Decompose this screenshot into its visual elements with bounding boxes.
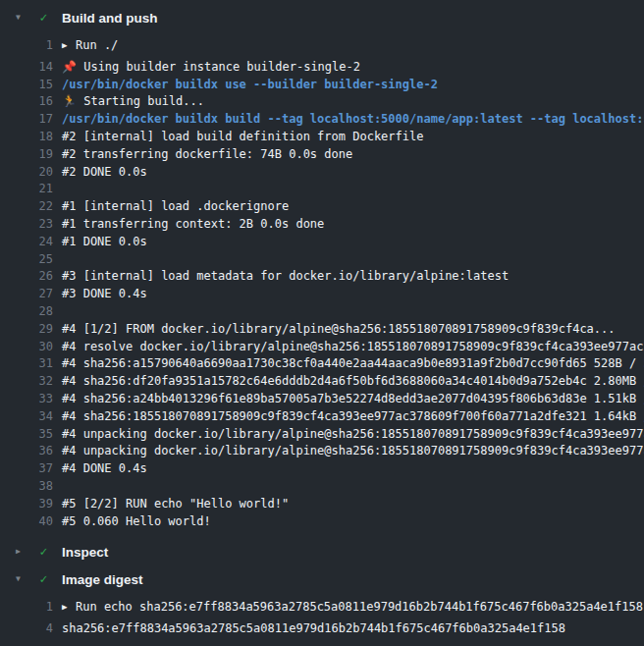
log-line: 29#4 [1/2] FROM docker.io/library/alpine… [0, 321, 644, 339]
section-header-inspect[interactable]: ▶✓Inspect [0, 544, 644, 560]
log-line-text: #2 DONE 0.0s [62, 164, 147, 182]
log-line-text: #4 unpacking docker.io/library/alpine@sh… [62, 443, 644, 460]
log-line: 25 [0, 251, 644, 269]
log-line: 15/usr/bin/docker buildx use --builder b… [0, 77, 644, 94]
line-number[interactable]: 4 [0, 620, 53, 638]
check-success-icon: ✓ [36, 571, 51, 587]
line-number[interactable]: 35 [0, 426, 53, 444]
log-line-text: #1 [internal] load .dockerignore [62, 198, 289, 216]
log-line-text: /usr/bin/docker buildx use --builder bui… [62, 77, 438, 94]
log-line: 20#2 DONE 0.0s [0, 164, 644, 182]
log-line: 16🏃 Starting build... [0, 93, 644, 111]
log-line: 22#1 [internal] load .dockerignore [0, 198, 644, 216]
line-number[interactable]: 25 [0, 251, 53, 269]
log-line-text: 🏃 Starting build... [62, 93, 204, 111]
log-line: 17/usr/bin/docker buildx build --tag loc… [0, 111, 644, 129]
log-line-text: #4 unpacking docker.io/library/alpine@sh… [62, 426, 644, 444]
log-line: 30#4 resolve docker.io/library/alpine@sh… [0, 339, 644, 356]
log-line-text: Run ./ [76, 37, 118, 55]
line-number[interactable]: 20 [0, 164, 53, 182]
log-line: 19#2 transferring dockerfile: 74B 0.0s d… [0, 146, 644, 164]
line-number[interactable]: 22 [0, 198, 53, 216]
log-line-text: sha256:e7ff8834a5963a2785c5a0811e979d16b… [62, 620, 565, 638]
log-line: 24#1 DONE 0.0s [0, 234, 644, 251]
line-number[interactable]: 28 [0, 303, 53, 321]
line-number[interactable]: 34 [0, 408, 53, 426]
log-line-text: #4 sha256:185518070891758909c9f839cf4ca3… [62, 408, 644, 426]
log-line-text: #2 [internal] load build definition from… [62, 129, 423, 146]
line-number[interactable]: 14 [0, 59, 53, 77]
log-line: 32#4 sha256:df20fa9351a15782c64e6dddb2d4… [0, 373, 644, 391]
line-number[interactable]: 30 [0, 339, 53, 356]
section-body-build-and-push: 1▶Run ./14📌 Using builder instance build… [0, 37, 644, 530]
log-line: 23#1 transferring context: 2B 0.0s done [0, 216, 644, 234]
log-line: 39#5 [2/2] RUN echo "Hello world!" [0, 496, 644, 513]
check-success-icon: ✓ [36, 544, 51, 560]
line-number[interactable]: 24 [0, 234, 53, 251]
log-line-text: #4 resolve docker.io/library/alpine@sha2… [62, 339, 644, 356]
log-line: 1▶Run ./ [0, 37, 644, 55]
log-line: 26#3 [internal] load metadata for docker… [0, 268, 644, 286]
log-line-text: #4 DONE 0.4s [62, 460, 147, 478]
chevron-down-icon[interactable]: ▼ [13, 10, 24, 26]
log-line-text: #3 DONE 0.4s [62, 286, 147, 303]
log-line: 36#4 unpacking docker.io/library/alpine@… [0, 443, 644, 460]
line-number[interactable]: 40 [0, 513, 53, 531]
log-line: 14📌 Using builder instance builder-singl… [0, 59, 644, 77]
line-number[interactable]: 18 [0, 129, 53, 146]
line-number[interactable]: 32 [0, 373, 53, 391]
log-line: 37#4 DONE 0.4s [0, 460, 644, 478]
line-number[interactable]: 15 [0, 77, 53, 94]
log-line: 18#2 [internal] load build definition fr… [0, 129, 644, 146]
section-header-image-digest[interactable]: ▼✓Image digest [0, 571, 644, 587]
section-title: Build and push [62, 11, 158, 26]
line-number[interactable]: 38 [0, 478, 53, 496]
chevron-down-icon[interactable]: ▼ [13, 571, 24, 587]
line-number[interactable]: 39 [0, 496, 53, 513]
line-number[interactable]: 37 [0, 460, 53, 478]
line-number[interactable]: 27 [0, 286, 53, 303]
log-line-text: #5 [2/2] RUN echo "Hello world!" [62, 496, 289, 513]
line-number[interactable]: 17 [0, 111, 53, 129]
check-success-icon: ✓ [36, 10, 51, 26]
line-number[interactable]: 36 [0, 443, 53, 460]
log-line-text: #1 transferring context: 2B 0.0s done [62, 216, 324, 234]
log-line: 40#5 0.060 Hello world! [0, 513, 644, 531]
log-line-text: #4 [1/2] FROM docker.io/library/alpine@s… [62, 321, 616, 339]
line-number[interactable]: 29 [0, 321, 53, 339]
line-number[interactable]: 1 [0, 599, 53, 617]
log-line: 35#4 unpacking docker.io/library/alpine@… [0, 426, 644, 444]
log-line-text: /usr/bin/docker buildx build --tag local… [62, 111, 644, 129]
line-number[interactable]: 31 [0, 355, 53, 373]
log-line-text: #3 [internal] load metadata for docker.i… [62, 268, 509, 286]
log-line-text: #1 DONE 0.0s [62, 234, 147, 251]
log-line: 21 [0, 181, 644, 198]
log-line-text: #4 sha256:df20fa9351a15782c64e6dddb2d4a6… [62, 373, 644, 391]
section-title: Inspect [62, 545, 108, 560]
section-header-build-and-push[interactable]: ▼✓Build and push [0, 10, 644, 26]
log-line: 4sha256:e7ff8834a5963a2785c5a0811e979d16… [0, 620, 644, 638]
line-number[interactable]: 23 [0, 216, 53, 234]
line-number[interactable]: 21 [0, 181, 53, 198]
log-line: 34#4 sha256:185518070891758909c9f839cf4c… [0, 408, 644, 426]
line-number[interactable]: 16 [0, 93, 53, 111]
workflow-log-viewer: ▼✓Build and push1▶Run ./14📌 Using builde… [0, 0, 644, 638]
log-line: 27#3 DONE 0.4s [0, 286, 644, 303]
expand-arrow-icon[interactable]: ▶ [62, 599, 71, 617]
line-number[interactable]: 19 [0, 146, 53, 164]
expand-arrow-icon[interactable]: ▶ [62, 37, 71, 55]
section-body-image-digest: 1▶Run echo sha256:e7ff8834a5963a2785c5a0… [0, 599, 644, 638]
chevron-right-icon[interactable]: ▶ [13, 544, 24, 560]
line-number[interactable]: 1 [0, 37, 53, 55]
log-line: 33#4 sha256:a24bb4013296f61e89ba57005a7b… [0, 391, 644, 408]
log-line-text: 📌 Using builder instance builder-single-… [62, 59, 360, 77]
line-number[interactable]: 26 [0, 268, 53, 286]
log-line: 28 [0, 303, 644, 321]
log-line-text: #2 transferring dockerfile: 74B 0.0s don… [62, 146, 352, 164]
line-number[interactable]: 33 [0, 391, 53, 408]
log-line: 38 [0, 478, 644, 496]
log-line-text: Run echo sha256:e7ff8834a5963a2785c5a081… [76, 599, 643, 617]
log-line-text: #5 0.060 Hello world! [62, 513, 211, 531]
log-line: 1▶Run echo sha256:e7ff8834a5963a2785c5a0… [0, 599, 644, 617]
log-line-text: #4 sha256:a15790640a6690aa1730c38cf0a440… [62, 355, 644, 373]
